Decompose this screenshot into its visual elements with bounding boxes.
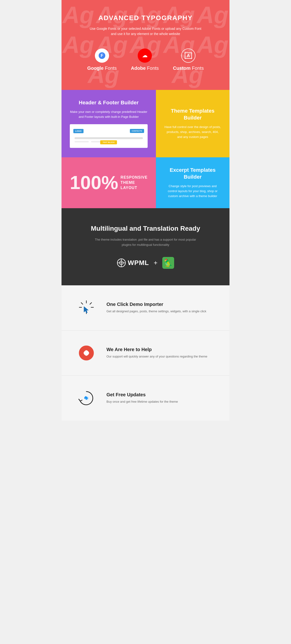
demo-importer-text: One Click Demo Importer Get all designed… xyxy=(106,302,206,314)
responsive-number: 100% xyxy=(70,173,118,192)
wpml-text: WPML xyxy=(128,259,149,267)
header-footer-title: Header & Footer Builder xyxy=(70,99,148,106)
multilingual-section: Multilingual and Translation Ready The t… xyxy=(62,208,230,285)
google-fonts-svg: F xyxy=(98,52,106,60)
updates-title: Get Free Updates xyxy=(106,392,178,398)
theme-templates-title: Theme Templates Builder xyxy=(164,108,221,121)
mockup-contacts-button: CONTACTS xyxy=(130,129,144,133)
typography-title: ADVANCED TYPOGRAPHY xyxy=(71,14,220,22)
support-icon xyxy=(77,344,96,362)
updates-icon-wrap xyxy=(76,388,97,409)
wpml-logo: WPML xyxy=(117,258,149,267)
excerpt-templates-description: Change style for post previews and contr… xyxy=(164,184,221,198)
features-list-section: One Click Demo Importer Get all designed… xyxy=(62,285,230,421)
updates-description: Buy once and get free lifetime updates f… xyxy=(106,399,178,404)
svg-text:☁: ☁ xyxy=(142,52,148,58)
plus-sign: + xyxy=(154,259,158,267)
adobe-fonts-svg: ☁ xyxy=(140,51,149,60)
google-fonts-item: F Google Fonts xyxy=(87,48,117,71)
demo-importer-item: One Click Demo Importer Get all designed… xyxy=(62,285,230,330)
wpml-circle-icon xyxy=(117,258,126,267)
updates-item: Get Free Updates Buy once and get free l… xyxy=(62,376,230,421)
demo-importer-description: Get all designed pages, posts, theme set… xyxy=(106,309,206,314)
mockup-logo-button: LOGO xyxy=(73,129,84,133)
google-fonts-label: Google Fonts xyxy=(87,66,117,71)
custom-fonts-label: Custom Fonts xyxy=(173,66,204,71)
adobe-fonts-icon: ☁ xyxy=(138,48,152,63)
adobe-fonts-item: ☁ Adobe Fonts xyxy=(131,48,159,71)
plugins-row: WPML + 🦜 xyxy=(71,257,220,269)
fonts-row: F Google Fonts ☁ Adobe Fonts xyxy=(71,48,220,71)
updates-text: Get Free Updates Buy once and get free l… xyxy=(106,392,178,404)
polylang-badge: 🦜 xyxy=(162,257,174,269)
typography-subtitle: Use Google Fonts or your selected Adobe … xyxy=(71,26,220,37)
svg-line-18 xyxy=(81,302,83,304)
svg-line-19 xyxy=(90,302,92,304)
svg-text:F: F xyxy=(101,53,104,58)
demo-importer-title: One Click Demo Importer xyxy=(106,302,206,307)
custom-fonts-item: A Custom Fonts xyxy=(173,48,204,71)
google-fonts-icon: F xyxy=(95,48,109,63)
updates-icon xyxy=(77,389,96,408)
support-description: Our support will quickly answer any of y… xyxy=(106,354,207,359)
svg-marker-20 xyxy=(84,306,88,313)
responsive-card: 100% RESPONSIVE THEME LAYOUT xyxy=(62,157,156,208)
theme-templates-card: Theme Templates Builder Have full contro… xyxy=(156,90,230,157)
mockup-text-block-button: TEXT BLOCK xyxy=(100,140,117,144)
bg-decoration: Ag Ag Ag Ag Ag Ag Ag Ag Ag Ag Ag Ag xyxy=(62,0,230,90)
custom-fonts-icon: A xyxy=(181,48,196,63)
svg-text:A: A xyxy=(187,53,190,58)
multilingual-title: Multilingual and Translation Ready xyxy=(71,225,220,232)
adobe-fonts-label: Adobe Fonts xyxy=(131,66,159,71)
demo-importer-icon-wrap xyxy=(76,297,97,318)
support-item: We Are Here to Help Our support will qui… xyxy=(62,330,230,376)
header-builder-mockup: LOGO CONTACTS TEXT BLOCK xyxy=(70,124,148,148)
typography-section: Ag Ag Ag Ag Ag Ag Ag Ag Ag Ag Ag Ag ADVA… xyxy=(62,0,230,90)
custom-fonts-svg: A xyxy=(184,51,192,60)
excerpt-templates-title: Excerpt Templates Builder xyxy=(164,167,221,180)
mockup-nav-line xyxy=(74,137,143,139)
excerpt-templates-card: Excerpt Templates Builder Change style f… xyxy=(156,157,230,208)
polylang-icon: 🦜 xyxy=(164,258,172,267)
multilingual-description: The theme includes translation .pot file… xyxy=(94,237,198,248)
demo-importer-icon xyxy=(77,298,96,317)
header-footer-builder-card: Header & Footer Builder Make your own or… xyxy=(62,90,156,157)
support-text: We Are Here to Help Our support will qui… xyxy=(106,347,207,359)
support-title: We Are Here to Help xyxy=(106,347,207,352)
header-footer-description: Make your own or completely change prede… xyxy=(70,110,148,120)
support-icon-wrap xyxy=(76,342,97,364)
responsive-label: RESPONSIVE THEME LAYOUT xyxy=(121,175,148,191)
features-grid: Header & Footer Builder Make your own or… xyxy=(62,90,230,208)
theme-templates-description: Have full control over the design of pos… xyxy=(164,125,221,139)
